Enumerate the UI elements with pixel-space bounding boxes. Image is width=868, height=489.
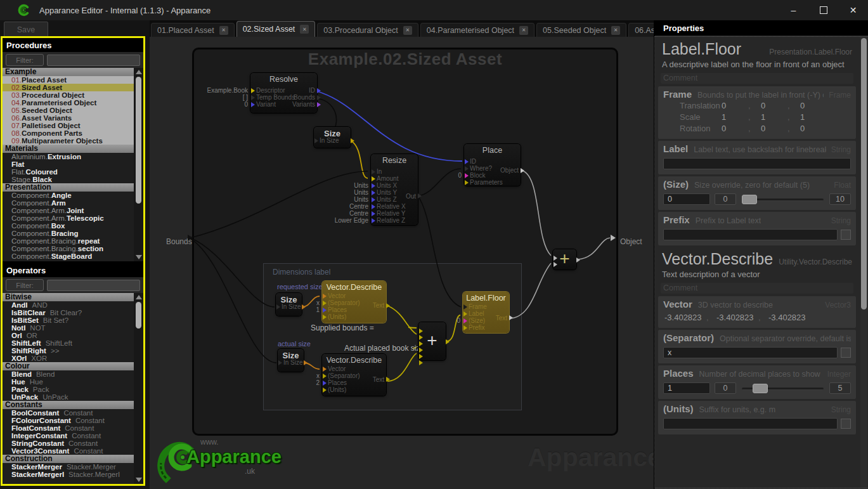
input-port[interactable]: Vector <box>322 292 346 299</box>
tab-close-icon[interactable]: ✕ <box>519 26 528 35</box>
procedure-group-header[interactable]: Materials <box>3 145 134 153</box>
tab-03-procedural-object[interactable]: 03.Procedural Object✕ <box>317 23 418 37</box>
input-port[interactable]: Places <box>322 379 347 386</box>
node-plus-group[interactable]: + <box>418 322 446 360</box>
frame-value[interactable]: 0 <box>800 124 827 133</box>
procedures-list[interactable]: Example01.Placed Asset02.Sized Asset03.P… <box>3 68 143 261</box>
min-box[interactable]: 0 <box>715 382 736 394</box>
procedure-item[interactable]: 08.Component Parts <box>3 129 134 137</box>
output-port[interactable]: Bounds <box>294 94 321 101</box>
operator-item[interactable]: StringConstantConstant <box>3 440 134 447</box>
min-box[interactable]: 0 <box>715 193 736 205</box>
slider-thumb[interactable] <box>753 384 768 393</box>
value-input[interactable] <box>663 229 838 240</box>
procedure-item[interactable]: Component.Arm.Joint <box>3 207 134 214</box>
save-button[interactable]: Save <box>4 22 48 37</box>
procedure-item[interactable]: Component.Box <box>3 222 134 230</box>
operator-item[interactable]: BlendBlend <box>3 370 134 378</box>
input-port[interactable]: (Units) <box>322 386 346 393</box>
operators-scrollbar[interactable] <box>134 293 143 484</box>
node-size2[interactable]: SizeIn Size <box>278 349 304 372</box>
output-port[interactable] <box>445 338 450 345</box>
procedure-item[interactable]: 03.Procedural Object <box>3 91 134 99</box>
input-port[interactable]: Block <box>464 172 485 179</box>
frame-value[interactable]: 1 <box>800 112 827 122</box>
operator-item[interactable]: IsBitClearBit Clear? <box>3 309 134 316</box>
output-port[interactable]: Out <box>406 193 422 200</box>
input-port[interactable]: In Size <box>278 359 303 366</box>
output-port[interactable]: Variants <box>292 101 321 108</box>
expand-button[interactable] <box>841 419 851 429</box>
expand-button[interactable] <box>841 348 851 358</box>
operator-item[interactable]: BoolConstantConstant <box>3 409 134 417</box>
procedure-item[interactable]: 02.Sized Asset <box>3 84 134 91</box>
input-port[interactable]: Relative Y <box>371 210 405 217</box>
output-port[interactable] <box>576 256 580 263</box>
operator-item[interactable]: ShiftRight>> <box>3 347 134 355</box>
output-port[interactable]: ID <box>309 87 321 94</box>
operator-group-header[interactable]: Bitwise <box>3 293 134 301</box>
operator-item[interactable]: FColourConstantConstant <box>3 417 134 424</box>
operator-group-header[interactable]: Colour <box>3 362 134 370</box>
graph-editor[interactable]: Example.02.Sized Asset Dimensions labelr… <box>150 37 654 489</box>
procedure-item[interactable]: 06.Asset Variants <box>3 114 134 122</box>
operator-item[interactable]: ShiftLeftShiftLeft <box>3 339 134 347</box>
procedure-item[interactable]: Component.Bracing <box>3 230 134 237</box>
operator-item[interactable]: IntegerConstantConstant <box>3 432 134 440</box>
input-port[interactable]: Descriptor <box>250 87 285 94</box>
node-place[interactable]: PlaceIDWhere?Block0ParametersObject <box>464 144 521 186</box>
input-port[interactable]: In <box>371 168 382 175</box>
input-port[interactable]: Parameters <box>464 179 503 186</box>
node-plus-right[interactable]: + <box>553 249 576 270</box>
frame-value[interactable]: 0 <box>761 124 787 133</box>
procedure-group-header[interactable]: Example <box>3 68 134 76</box>
procedure-item[interactable]: Component.Arm <box>3 199 134 207</box>
tab-close-icon[interactable]: ✕ <box>611 26 620 35</box>
frame-value[interactable]: 0 <box>800 101 827 110</box>
node-resize[interactable]: ResizeInAmountUnits XUnitsUnits YUnitsUn… <box>371 154 418 225</box>
close-button[interactable]: ✕ <box>838 0 868 20</box>
operator-item[interactable]: HueHue <box>3 378 134 386</box>
frame-value[interactable]: 0 <box>761 101 787 110</box>
procedure-item[interactable]: Component.Angle <box>3 192 134 199</box>
input-port[interactable]: Units X <box>371 182 397 189</box>
scroll-thumb[interactable] <box>136 302 141 329</box>
value-input[interactable]: 1 <box>663 382 710 394</box>
input-port[interactable]: Units Y <box>371 189 397 196</box>
input-port[interactable]: Relative Z <box>371 217 405 224</box>
operator-item[interactable]: StackerMergerIStacker.MergerI <box>3 471 134 478</box>
minimize-button[interactable]: – <box>779 0 808 20</box>
input-port[interactable]: Where? <box>464 165 492 172</box>
input-port[interactable]: (Separator) <box>322 299 360 306</box>
input-port[interactable]: Prefix <box>463 324 485 331</box>
node-vd2[interactable]: Vector.DescribeVector(Separator)xPlaces2… <box>322 354 386 396</box>
procedure-item[interactable]: 04.Parameterised Object <box>3 99 134 107</box>
input-port[interactable]: Relative X <box>371 203 406 210</box>
scroll-up-icon[interactable] <box>136 295 142 299</box>
vector-value[interactable]: -3.402823 <box>768 313 810 322</box>
frame-value[interactable]: 1 <box>722 112 748 122</box>
tab-01-placed-asset[interactable]: 01.Placed Asset✕ <box>151 23 235 37</box>
output-port[interactable]: Object <box>500 167 524 174</box>
input-port[interactable] <box>553 261 557 268</box>
max-box[interactable]: 5 <box>829 382 851 394</box>
scroll-up-icon[interactable] <box>136 70 142 74</box>
output-port[interactable]: Text <box>496 315 513 322</box>
procedure-group-header[interactable]: Presentation <box>3 183 134 192</box>
frame-value[interactable]: 1 <box>761 112 787 122</box>
tab-close-icon[interactable]: ✕ <box>300 25 309 34</box>
maximize-button[interactable] <box>808 0 838 20</box>
input-port[interactable]: Temp Bounds <box>250 94 295 101</box>
operators-filter-input[interactable] <box>47 280 140 291</box>
frame-value[interactable]: 0 <box>722 101 748 110</box>
max-box[interactable]: 10 <box>829 193 851 205</box>
frame-value[interactable]: 0 <box>722 124 748 133</box>
operator-group-header[interactable]: Constants <box>3 401 134 409</box>
input-port[interactable]: ID <box>464 158 476 165</box>
procedure-item[interactable]: Aluminium.Extrusion <box>3 153 134 160</box>
tab-close-icon[interactable]: ✕ <box>219 26 228 35</box>
output-port[interactable] <box>350 137 354 144</box>
node-vd1[interactable]: Vector.DescribeVector(Separator)xPlaces1… <box>322 281 386 323</box>
procedure-item[interactable]: Component.Arm.Telescopic <box>3 214 134 222</box>
comment-field[interactable]: Comment <box>661 73 853 84</box>
